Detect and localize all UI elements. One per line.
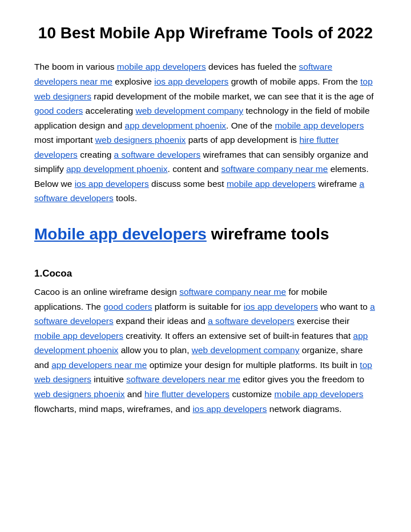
link-good-coders-1[interactable]: good coders (34, 106, 83, 115)
link-app-development-phoenix-2[interactable]: app development phoenix (66, 164, 168, 174)
section-heading-container: Mobile app developers wireframe tools (34, 222, 377, 247)
link-good-coders-2[interactable]: good coders (103, 302, 152, 311)
link-software-company-near-me-2[interactable]: software company near me (179, 287, 286, 297)
link-software-developers-near-me-2[interactable]: software developers near me (126, 374, 240, 384)
link-mobile-app-developers-5[interactable]: mobile app developers (275, 389, 364, 399)
link-web-designers-phoenix-2[interactable]: web designers phoenix (34, 389, 125, 399)
cocoa-paragraph: Cacoo is an online wireframe design soft… (34, 285, 377, 416)
link-a-software-developers-1[interactable]: a software developers (114, 150, 201, 159)
link-mobile-app-developers-1[interactable]: mobile app developers (117, 62, 206, 71)
link-section-heading-mobile-app-developers[interactable]: Mobile app developers (34, 225, 207, 243)
link-hire-flutter-developers-2[interactable]: hire flutter developers (144, 389, 229, 399)
intro-paragraph: The boom in various mobile app developer… (34, 59, 377, 206)
page-title: 10 Best Mobile App Wireframe Tools of 20… (34, 23, 377, 43)
subsection-cocoa: 1.Cocoa Cacoo is an online wireframe des… (34, 266, 377, 416)
section-heading-rest: wireframe tools (207, 225, 329, 243)
link-mobile-app-developers-2[interactable]: mobile app developers (275, 121, 364, 130)
link-ios-app-developers-3[interactable]: ios app developers (244, 302, 318, 311)
link-mobile-app-developers-4[interactable]: mobile app developers (34, 331, 123, 341)
link-a-software-developers-3[interactable]: a software developers (34, 302, 375, 326)
subsection-title-cocoa: 1.Cocoa (34, 266, 377, 281)
link-ios-app-developers-4[interactable]: ios app developers (192, 404, 267, 414)
link-web-development-company-2[interactable]: web development company (192, 345, 300, 355)
link-ios-app-developers-1[interactable]: ios app developers (154, 77, 228, 86)
link-mobile-app-developers-3[interactable]: mobile app developers (227, 179, 316, 189)
link-web-development-company-1[interactable]: web development company (136, 106, 244, 115)
link-software-company-near-me-1[interactable]: software company near me (221, 164, 328, 174)
link-ios-app-developers-2[interactable]: ios app developers (75, 179, 149, 189)
link-app-development-phoenix-1[interactable]: app development phoenix (125, 121, 227, 130)
link-web-designers-phoenix-1[interactable]: web designers phoenix (95, 135, 186, 145)
link-a-software-developers-4[interactable]: a software developers (208, 316, 295, 326)
link-app-developers-near-me[interactable]: app developers near me (51, 360, 147, 370)
